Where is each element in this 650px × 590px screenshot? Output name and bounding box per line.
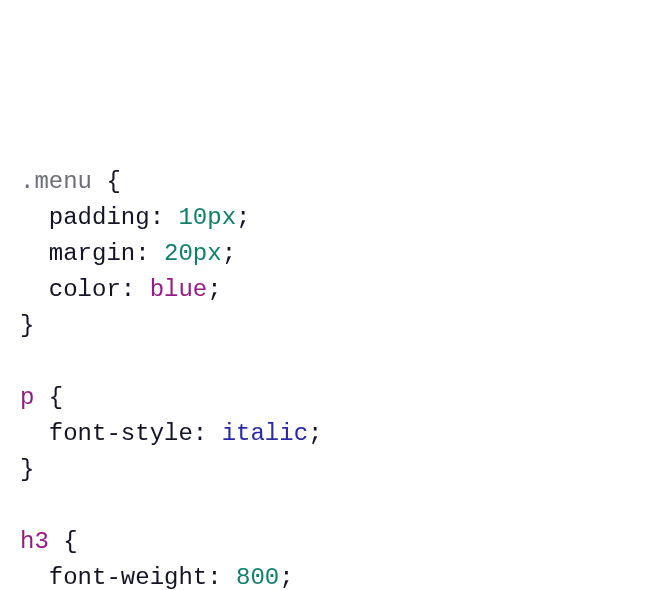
selector-class-menu: .menu xyxy=(20,168,92,195)
colon: : xyxy=(121,276,135,303)
colon: : xyxy=(207,564,221,590)
space xyxy=(34,384,48,411)
space xyxy=(92,168,106,195)
semicolon: ; xyxy=(236,204,250,231)
prop-color: color xyxy=(49,276,121,303)
space xyxy=(150,240,164,267)
prop-margin: margin xyxy=(49,240,135,267)
val-margin: 20px xyxy=(164,240,222,267)
indent xyxy=(20,204,49,231)
space xyxy=(222,564,236,590)
brace-open: { xyxy=(63,528,77,555)
colon: : xyxy=(150,204,164,231)
indent xyxy=(20,420,49,447)
indent xyxy=(20,240,49,267)
colon: : xyxy=(135,240,149,267)
semicolon: ; xyxy=(279,564,293,590)
semicolon: ; xyxy=(222,240,236,267)
semicolon: ; xyxy=(207,276,221,303)
brace-close: } xyxy=(20,456,34,483)
val-padding: 10px xyxy=(178,204,236,231)
colon: : xyxy=(193,420,207,447)
space xyxy=(164,204,178,231)
val-font-weight: 800 xyxy=(236,564,279,590)
space xyxy=(207,420,221,447)
space xyxy=(49,528,63,555)
indent xyxy=(20,276,49,303)
space xyxy=(135,276,149,303)
indent xyxy=(20,564,49,590)
brace-open: { xyxy=(49,384,63,411)
css-code-block: .menu { padding: 10px; margin: 20px; col… xyxy=(20,164,630,590)
selector-tag-h3: h3 xyxy=(20,528,49,555)
prop-font-style: font-style xyxy=(49,420,193,447)
val-font-style: italic xyxy=(222,420,308,447)
semicolon: ; xyxy=(308,420,322,447)
val-color: blue xyxy=(150,276,208,303)
selector-tag-p: p xyxy=(20,384,34,411)
brace-close: } xyxy=(20,312,34,339)
prop-padding: padding xyxy=(49,204,150,231)
brace-open: { xyxy=(106,168,120,195)
prop-font-weight: font-weight xyxy=(49,564,207,590)
